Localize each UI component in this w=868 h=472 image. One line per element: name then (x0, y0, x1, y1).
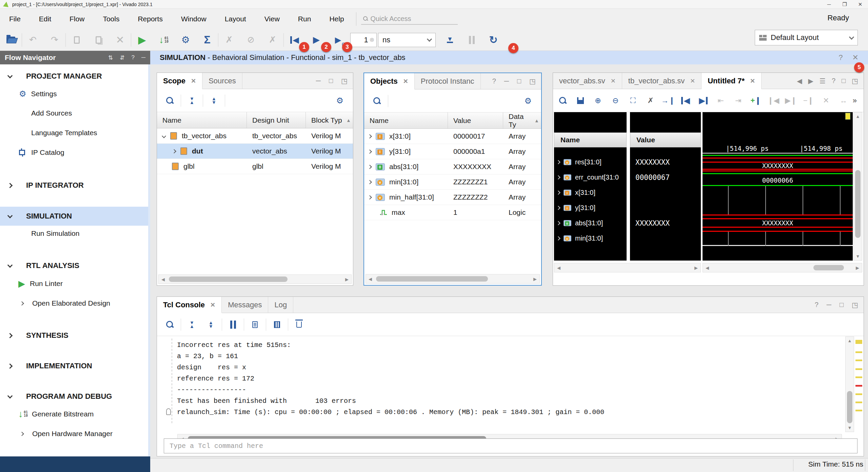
go-to-time-button[interactable]: →❙ (660, 96, 677, 105)
object-row-x[interactable]: I x[31:0] 00000017 Array (364, 129, 541, 144)
warning-mark[interactable] (855, 393, 862, 395)
menu-window[interactable]: Window (172, 12, 216, 26)
wave-column-header-value[interactable]: Value (630, 132, 701, 147)
menu-file[interactable]: File (0, 12, 30, 26)
tab-protocol-instances[interactable]: Protocol Instanc (415, 73, 481, 89)
object-row-max[interactable]: max 1 Logic (364, 205, 541, 220)
undo-button[interactable]: ↶ (22, 35, 44, 45)
scrollbar-thumb[interactable] (855, 170, 861, 238)
zoom-in-button[interactable]: ⊕ (590, 96, 607, 105)
chevron-right-icon[interactable] (556, 206, 560, 210)
paste-button[interactable] (87, 36, 109, 44)
zoom-to-cursor-button[interactable]: ✗ (642, 96, 659, 105)
close-icon[interactable]: ✕ (191, 77, 196, 85)
help-icon[interactable]: ? (131, 54, 134, 61)
zoom-fit-button[interactable]: ⛶ (625, 96, 642, 105)
chevron-right-icon[interactable] (556, 190, 560, 195)
panel-settings-button[interactable]: ⚙ (336, 96, 343, 105)
scroll-right-icon[interactable]: ▶ (692, 265, 701, 270)
open-project-button[interactable] (0, 37, 22, 43)
scroll-left-icon[interactable]: ◀ (159, 277, 167, 282)
scroll-up-icon[interactable]: ▲ (344, 118, 353, 123)
previous-transition-button[interactable]: ◀ (677, 96, 694, 105)
tab-untitled-7[interactable]: Untitled 7*✕ (702, 73, 762, 89)
scrollbar-thumb[interactable] (813, 265, 844, 270)
tab-list-icon[interactable]: ☰ (820, 77, 826, 85)
maximize-panel-icon[interactable]: □ (329, 77, 333, 85)
minimize-panel-icon[interactable]: ─ (504, 77, 509, 85)
vertical-scrollbar[interactable]: ▲ ▼ (853, 112, 862, 261)
scrollbar-thumb[interactable] (376, 276, 488, 282)
horizontal-scrollbar[interactable]: ◀ ▶ (158, 274, 352, 284)
marker-flag[interactable] (845, 113, 850, 120)
expand-all-button[interactable]: ▲▼ (201, 321, 220, 328)
help-icon[interactable]: ? (839, 53, 843, 62)
sidebar-item-run-linter[interactable]: ▶ Run Linter (0, 277, 150, 290)
scroll-left-icon[interactable]: ◀ (366, 276, 375, 282)
sidebar-section-implementation[interactable]: IMPLEMENTATION (0, 358, 150, 373)
warning-mark[interactable] (855, 351, 862, 353)
close-icon[interactable]: ✕ (210, 301, 215, 309)
tab-scroll-left-icon[interactable]: ◀ (797, 77, 802, 85)
warning-mark[interactable] (855, 410, 862, 411)
expand-all-button[interactable]: ▲▼ (204, 97, 223, 104)
scroll-right-icon[interactable]: ▶ (342, 277, 351, 282)
expand-all-icon[interactable]: ⇵ (120, 54, 124, 61)
warning-mark[interactable] (855, 340, 862, 344)
scroll-right-icon[interactable]: ▶ (531, 276, 539, 282)
chevron-right-icon[interactable] (368, 134, 372, 139)
close-icon[interactable]: ✕ (611, 77, 616, 85)
maximize-panel-icon[interactable]: □ (517, 77, 521, 85)
collapse-all-button[interactable]: ▼▲ (182, 321, 201, 328)
tab-sources[interactable]: Sources (202, 73, 242, 89)
column-header-block-type[interactable]: Block Typ (306, 112, 344, 128)
relaunch-sim-button[interactable]: ↻ (482, 34, 504, 46)
sidebar-section-rtl-analysis[interactable]: RTL ANALYSIS (0, 258, 150, 273)
float-panel-icon[interactable]: ◳ (529, 77, 536, 85)
restore-window-button[interactable]: ❐ (837, 1, 852, 7)
copy-output-button[interactable] (245, 321, 264, 328)
minimize-panel-icon[interactable]: ─ (141, 54, 145, 61)
sidebar-section-program-debug[interactable]: PROGRAM AND DEBUG (0, 389, 150, 404)
clear-console-button[interactable] (290, 322, 309, 328)
quick-access-search[interactable]: Quick Access (361, 14, 458, 25)
add-marker-button[interactable]: +❙ (747, 96, 764, 105)
horizontal-scrollbar[interactable]: ◀ ▶ (366, 274, 540, 284)
tab-log[interactable]: Log (268, 297, 293, 313)
scroll-down-icon[interactable]: ▼ (846, 425, 854, 430)
float-panel-icon[interactable]: ◳ (852, 301, 858, 309)
toolbar-overflow-icon[interactable]: » (853, 96, 857, 105)
chevron-right-icon[interactable] (556, 175, 560, 180)
chevron-right-icon[interactable] (556, 236, 560, 241)
warning-mark[interactable] (855, 360, 862, 361)
scroll-right-icon[interactable]: ▶ (853, 265, 862, 270)
object-row-min-half[interactable]: v min_half[31:0] ZZZZZZZ2 Array (364, 190, 541, 205)
minimize-window-button[interactable]: ─ (821, 1, 837, 7)
close-icon[interactable]: ✕ (750, 77, 755, 85)
wave-signal-x[interactable]: I x[31:0] (554, 185, 627, 200)
copy-button[interactable] (66, 36, 87, 44)
pause-output-button[interactable] (223, 321, 242, 329)
sidebar-item-run-simulation[interactable]: Run Simulation (0, 227, 150, 240)
tab-messages[interactable]: Messages (222, 297, 268, 313)
chevron-right-icon[interactable] (368, 180, 372, 184)
error-mark[interactable] (855, 385, 862, 387)
close-window-button[interactable]: ✕ (852, 1, 868, 7)
wave-signal-y[interactable]: I y[31:0] (554, 200, 627, 216)
warning-mark[interactable] (855, 402, 862, 403)
scope-row-glbl[interactable]: glbl glbl Verilog M (157, 159, 353, 174)
menu-flow[interactable]: Flow (60, 12, 94, 26)
sim-time-input[interactable]: 1 ⊗ (350, 33, 377, 47)
sidebar-item-language-templates[interactable]: Language Templates (0, 126, 150, 140)
search-button[interactable] (160, 97, 179, 104)
close-icon[interactable]: ✕ (690, 77, 695, 85)
next-transition-button[interactable]: ▶ (695, 96, 712, 105)
close-icon[interactable]: ✕ (403, 78, 408, 85)
search-button[interactable] (368, 97, 387, 105)
scroll-left-icon[interactable]: ◀ (703, 265, 712, 270)
sidebar-item-add-sources[interactable]: Add Sources (0, 106, 150, 120)
column-header-data-type[interactable]: Data Ty (503, 112, 531, 128)
time-unit-select[interactable]: ns (378, 33, 436, 47)
column-header-design-unit[interactable]: Design Unit (247, 112, 306, 128)
chevron-right-icon[interactable] (368, 195, 372, 200)
